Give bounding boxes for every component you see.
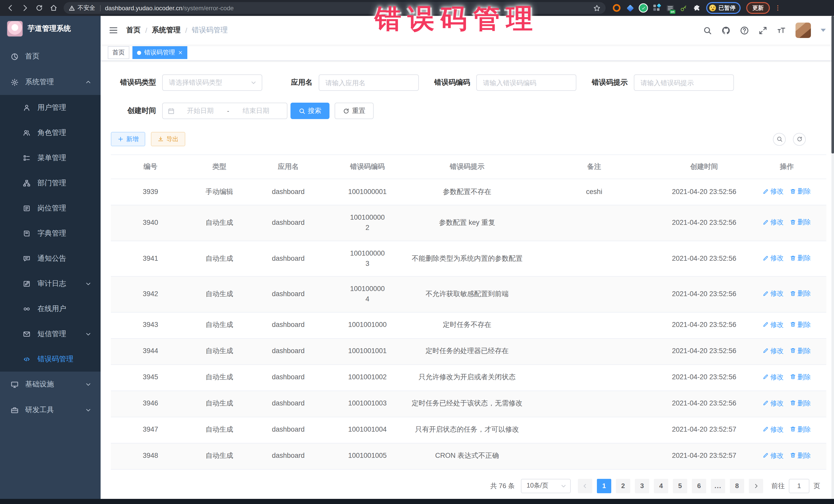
delete-link[interactable]: 删除	[790, 289, 811, 299]
extension-grid-icon[interactable]	[653, 4, 660, 12]
sidebar-item[interactable]: 错误码管理	[0, 346, 101, 372]
page-button[interactable]: 8	[730, 479, 744, 493]
search-icon[interactable]	[703, 26, 712, 35]
scrollbar-thumb[interactable]	[831, 16, 834, 153]
tab-item[interactable]: 首页	[108, 46, 129, 59]
bookmark-star-icon[interactable]	[593, 4, 600, 12]
delete-link[interactable]: 删除	[790, 398, 811, 408]
edit-link[interactable]: 修改	[763, 217, 784, 227]
delete-link[interactable]: 删除	[790, 253, 811, 263]
font-size-icon[interactable]	[777, 26, 786, 35]
extensions-puzzle-icon[interactable]	[693, 4, 701, 12]
edit-link[interactable]: 修改	[763, 186, 784, 196]
page-button[interactable]: 5	[673, 479, 687, 493]
paused-extension-badge[interactable]: 已暂停	[706, 2, 741, 14]
sidebar-item[interactable]: 审计日志	[0, 271, 101, 296]
reset-button[interactable]: 重置	[335, 103, 374, 119]
sidebar-item[interactable]: 岗位管理	[0, 196, 101, 221]
extension-vue-icon[interactable]	[639, 4, 647, 12]
prev-page-button[interactable]	[578, 479, 592, 493]
sidebar-item[interactable]: 菜单管理	[0, 145, 101, 170]
sidebar-item[interactable]: 基础设施	[0, 372, 101, 397]
cell-msg: 只有开启状态的任务，才可以修改	[407, 417, 527, 443]
extension-switch-icon[interactable]: on	[666, 4, 674, 12]
error-type-select[interactable]: 请选择错误码类型	[162, 74, 262, 91]
home-icon[interactable]	[50, 4, 58, 12]
browser-menu-icon[interactable]	[774, 5, 781, 11]
refresh-table-button[interactable]	[793, 133, 806, 146]
page-button[interactable]: 3	[635, 479, 649, 493]
close-icon[interactable]	[178, 50, 183, 55]
search-button[interactable]: 搜索	[290, 103, 329, 119]
page-button[interactable]: 2	[616, 479, 630, 493]
page-buttons: 123456...8	[578, 479, 763, 493]
error-msg-input[interactable]	[634, 74, 734, 91]
edit-link[interactable]: 修改	[763, 346, 784, 356]
logo[interactable]: 芋道管理系统	[0, 16, 101, 42]
caret-down-icon[interactable]	[821, 29, 826, 32]
next-page-button[interactable]	[749, 479, 763, 493]
breadcrumb-item[interactable]: 错误码管理	[192, 26, 228, 35]
delete-link[interactable]: 删除	[790, 217, 811, 227]
sidebar-item[interactable]: 在线用户	[0, 296, 101, 321]
date-range-picker[interactable]: 开始日期 - 结束日期	[162, 103, 287, 119]
sidebar-item[interactable]: 部门管理	[0, 170, 101, 196]
add-button[interactable]: 新增	[111, 132, 145, 146]
fullscreen-icon[interactable]	[759, 26, 767, 35]
extension-orange-icon[interactable]	[613, 4, 620, 12]
reload-icon[interactable]	[36, 4, 43, 12]
hamburger-icon[interactable]	[109, 26, 118, 35]
goto-page-input[interactable]	[789, 479, 809, 493]
edit-link[interactable]: 修改	[763, 289, 784, 299]
sidebar-item[interactable]: 短信管理	[0, 321, 101, 346]
sidebar-item[interactable]: 首页	[0, 44, 101, 69]
page-button[interactable]: 4	[654, 479, 668, 493]
breadcrumb-item[interactable]: 系统管理	[152, 26, 181, 35]
tab-active[interactable]: 错误码管理	[132, 46, 187, 59]
edit-link[interactable]: 修改	[763, 451, 784, 460]
filter-label-time: 创建时间	[111, 106, 156, 115]
sidebar-item[interactable]: 系统管理	[0, 69, 101, 95]
delete-link[interactable]: 删除	[790, 346, 811, 356]
extension-key-icon[interactable]	[680, 4, 687, 12]
delete-link[interactable]: 删除	[790, 372, 811, 382]
app-name-input[interactable]	[319, 74, 419, 91]
extension-gem-icon[interactable]	[626, 4, 634, 12]
browser-update-button[interactable]: 更新	[746, 2, 770, 14]
export-button[interactable]: 导出	[151, 132, 185, 146]
sms-icon	[23, 330, 31, 337]
sidebar-item[interactable]: 角色管理	[0, 120, 101, 145]
table-row: 3945自动生成dashboard1001001002只允许修改为开启或者关闭状…	[111, 365, 826, 391]
edit-link[interactable]: 修改	[763, 398, 784, 408]
cell-memo	[527, 417, 661, 443]
delete-link[interactable]: 删除	[790, 320, 811, 329]
scrollbar-track[interactable]	[831, 16, 834, 499]
cell-type: 自动生成	[190, 365, 249, 391]
error-code-input[interactable]	[476, 74, 576, 91]
delete-link[interactable]: 删除	[790, 186, 811, 196]
help-icon[interactable]	[740, 26, 749, 35]
delete-link[interactable]: 删除	[790, 451, 811, 460]
toggle-search-button[interactable]	[773, 133, 786, 146]
sidebar-item[interactable]: 研发工具	[0, 397, 101, 423]
edit-link[interactable]: 修改	[763, 320, 784, 329]
edit-link[interactable]: 修改	[763, 424, 784, 434]
page-size-select[interactable]: 10条/页	[521, 479, 571, 493]
sidebar-item[interactable]: 字典管理	[0, 221, 101, 246]
table-row: 3947自动生成dashboard1001001004只有开启状态的任务，才可以…	[111, 417, 826, 443]
avatar[interactable]	[795, 23, 811, 38]
breadcrumb-item[interactable]: 首页	[126, 26, 140, 35]
back-icon[interactable]	[7, 4, 14, 12]
page-button[interactable]: 1	[597, 479, 611, 493]
page-button[interactable]: 6	[692, 479, 706, 493]
sidebar-item[interactable]: 通知公告	[0, 246, 101, 271]
delete-link[interactable]: 删除	[790, 424, 811, 434]
sidebar-item[interactable]: 用户管理	[0, 95, 101, 120]
github-icon[interactable]	[722, 26, 730, 35]
more-pages-button[interactable]: ...	[711, 479, 725, 493]
filter-label-app: 应用名	[291, 78, 312, 87]
edit-link[interactable]: 修改	[763, 372, 784, 382]
navbar-actions	[703, 23, 826, 38]
forward-icon[interactable]	[21, 4, 29, 12]
edit-link[interactable]: 修改	[763, 253, 784, 263]
